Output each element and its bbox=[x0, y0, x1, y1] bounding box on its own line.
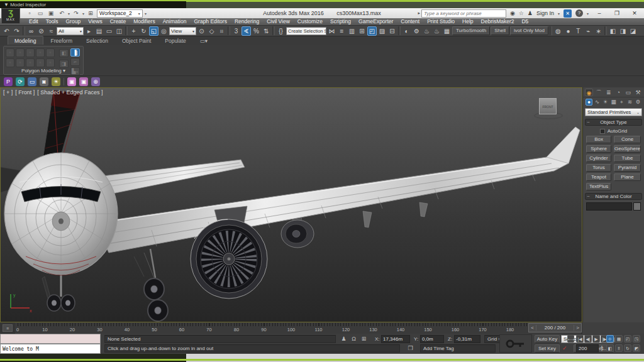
help-icon[interactable]: ? bbox=[575, 9, 583, 17]
hierarchy-tab-icon[interactable]: ≣ bbox=[604, 89, 613, 96]
sphere-tool-icon[interactable]: ● bbox=[564, 26, 573, 36]
zoom-all-icon[interactable]: ▦ bbox=[615, 335, 623, 343]
systems-category-icon[interactable]: ⚙ bbox=[635, 99, 641, 106]
render-iterative-icon[interactable]: ♨ bbox=[432, 26, 441, 36]
listener-field[interactable]: Welcome to M bbox=[0, 344, 101, 354]
menu-print-studio[interactable]: Print Studio bbox=[423, 18, 458, 25]
ribbon-tab-populate[interactable]: Populate bbox=[158, 36, 192, 45]
pm-tool-b1-icon[interactable]: ▐| bbox=[70, 48, 80, 57]
current-frame-field[interactable]: 200 bbox=[576, 344, 599, 353]
viewcube[interactable]: FRONT bbox=[534, 97, 563, 124]
layer-explorer-icon[interactable]: ▥ bbox=[347, 26, 357, 36]
scene-state-1-icon[interactable]: ◧ bbox=[608, 26, 618, 36]
align-icon[interactable]: ≡ bbox=[337, 26, 347, 36]
set-key-button[interactable]: Set Key bbox=[535, 344, 560, 353]
named-selection-set-field[interactable]: Create Selection Se bbox=[286, 27, 326, 35]
menu-gameexporter[interactable]: GameExporter bbox=[355, 18, 397, 25]
menu-modifiers[interactable]: Modifiers bbox=[130, 18, 158, 25]
project-folder-icon[interactable]: ⊞ bbox=[86, 9, 95, 17]
redo-dropdown-icon[interactable]: ▾ bbox=[82, 11, 84, 16]
render-setup-icon[interactable]: ⚙ bbox=[412, 26, 421, 36]
display-tab-icon[interactable]: ▭ bbox=[624, 89, 632, 96]
turbosmooth-button[interactable]: TurboSmooth bbox=[452, 26, 490, 35]
select-and-place-icon[interactable]: ◎ bbox=[159, 26, 169, 36]
primitive-button-torus[interactable]: Torus bbox=[586, 164, 611, 172]
menu-create[interactable]: Create bbox=[106, 18, 130, 25]
previous-frame-arrow[interactable]: < bbox=[529, 325, 536, 331]
menu-edit[interactable]: Edit bbox=[25, 18, 42, 25]
ribbon-display-toggle-icon[interactable]: ▭▾ bbox=[194, 36, 214, 45]
model-inspector-titlebar[interactable]: ▼ Model Inspector bbox=[0, 1, 186, 8]
keyboard-shortcut-override-icon[interactable]: ⌗ bbox=[217, 26, 226, 36]
primitive-button-cone[interactable]: Cone bbox=[614, 136, 641, 143]
menu-tools[interactable]: Tools bbox=[42, 18, 62, 25]
zoom-extents-icon[interactable]: ◰ bbox=[624, 335, 631, 343]
shapes-category-icon[interactable]: ∿ bbox=[594, 99, 601, 106]
plugin-monitor-icon[interactable]: ▭ bbox=[28, 77, 36, 86]
frame-spinner[interactable]: ▲▼ bbox=[600, 344, 604, 353]
mirror-icon[interactable]: ⋈ bbox=[327, 26, 336, 36]
wand-tool-icon[interactable]: ∗ bbox=[594, 26, 603, 36]
menu-content[interactable]: Content bbox=[397, 18, 423, 25]
ribbon-tab-freeform[interactable]: Freeform bbox=[45, 36, 79, 45]
pm-tool-a1-icon[interactable]: ◧ bbox=[59, 49, 69, 57]
menu-scripting[interactable]: Scripting bbox=[326, 18, 355, 25]
unlink-selection-icon[interactable]: ⊘ bbox=[36, 26, 46, 36]
pivot-mode-icon[interactable]: ◦ bbox=[16, 58, 25, 67]
search-icon[interactable]: ◉ bbox=[510, 10, 515, 16]
geometry-category-icon[interactable]: ● bbox=[586, 99, 592, 106]
helpers-category-icon[interactable]: ⌖ bbox=[618, 99, 625, 106]
motion-tab-icon[interactable]: ◔ bbox=[614, 89, 623, 96]
go-to-start-button[interactable]: |◀ bbox=[576, 335, 584, 343]
select-and-move-icon[interactable]: + bbox=[129, 26, 138, 36]
add-time-tag[interactable]: Add Time Tag bbox=[420, 344, 496, 353]
auto-key-button[interactable]: Auto Key bbox=[535, 335, 560, 343]
time-slider[interactable]: < 200 / 200 > bbox=[528, 323, 582, 332]
scene-state-3-icon[interactable]: ◪ bbox=[628, 26, 638, 36]
maximize-viewport-icon[interactable]: ◩ bbox=[633, 344, 640, 352]
undo-icon[interactable]: ↶ bbox=[2, 26, 11, 36]
edit-named-selection-sets-icon[interactable]: {} bbox=[276, 26, 286, 36]
plugin-card1-icon[interactable]: ▣ bbox=[67, 77, 76, 86]
orbit-icon[interactable]: ↻ bbox=[624, 344, 631, 352]
pm-tool-b2-icon[interactable]: ⌐ bbox=[70, 58, 80, 66]
window-crossing-icon[interactable]: ◫ bbox=[114, 26, 124, 36]
name-color-rollout-header[interactable]: − Name and Color bbox=[585, 193, 642, 200]
cloth-tool-icon[interactable]: T bbox=[574, 26, 583, 36]
bind-to-space-warp-icon[interactable]: ≈ bbox=[47, 26, 56, 36]
modify-tab-icon[interactable]: ⌒ bbox=[595, 89, 603, 96]
scene-explorer-icon[interactable]: ◰ bbox=[367, 26, 377, 36]
maxscript-mini-listener[interactable]: Welcome to M bbox=[0, 334, 101, 354]
viewcube-front-face[interactable]: FRONT bbox=[539, 98, 557, 114]
new-file-icon[interactable]: ▫ bbox=[25, 9, 34, 17]
viewport-menu-pov[interactable]: [ Front ] bbox=[15, 89, 35, 96]
plugin-light-icon[interactable]: ☀ bbox=[52, 77, 60, 86]
signin-caret-icon[interactable]: ▾ bbox=[558, 11, 560, 16]
menu-help[interactable]: Help bbox=[458, 18, 477, 25]
zoom-extents-all-icon[interactable]: ◳ bbox=[633, 335, 640, 343]
object-name-input[interactable] bbox=[586, 202, 632, 211]
object-type-rollout-header[interactable]: − Object Type bbox=[585, 119, 642, 126]
plugin-refresh-icon[interactable]: ⟳ bbox=[16, 77, 25, 86]
collapse-mode-icon[interactable]: ◦ bbox=[26, 58, 35, 67]
primitive-button-geosphere[interactable]: GeoSphere bbox=[614, 145, 641, 153]
snaps-toggle-icon[interactable]: 3 bbox=[231, 26, 241, 36]
previous-frame-button[interactable]: ◀| bbox=[584, 335, 592, 343]
cameras-category-icon[interactable]: ▦ bbox=[610, 99, 617, 106]
next-frame-arrow[interactable]: > bbox=[574, 325, 581, 331]
plugin-card2-icon[interactable]: ▣ bbox=[79, 77, 88, 86]
redo-qat-icon[interactable]: ↷ bbox=[72, 9, 80, 17]
material-editor-icon[interactable]: ◐ bbox=[402, 26, 411, 36]
select-and-scale-icon[interactable]: ◱ bbox=[149, 26, 158, 36]
menu-rendering[interactable]: Rendering bbox=[231, 18, 263, 25]
save-file-icon[interactable]: ▣ bbox=[47, 9, 55, 17]
net-render-icon[interactable]: ◍ bbox=[553, 26, 563, 36]
spray-tool-icon[interactable]: ⌁ bbox=[584, 26, 593, 36]
absolute-mode-icon[interactable]: ⊞ bbox=[360, 335, 368, 343]
menu-debrismaker2[interactable]: DebrisMaker2 bbox=[477, 18, 518, 25]
select-and-manipulate-icon[interactable]: ◇ bbox=[207, 26, 216, 36]
close-button[interactable]: ✕ bbox=[628, 9, 641, 18]
select-object-icon[interactable]: ▸ bbox=[84, 26, 94, 36]
play-button[interactable]: ▶ bbox=[592, 335, 600, 343]
max-application-menu-button[interactable]: Ʒ MAX bbox=[1, 8, 20, 24]
